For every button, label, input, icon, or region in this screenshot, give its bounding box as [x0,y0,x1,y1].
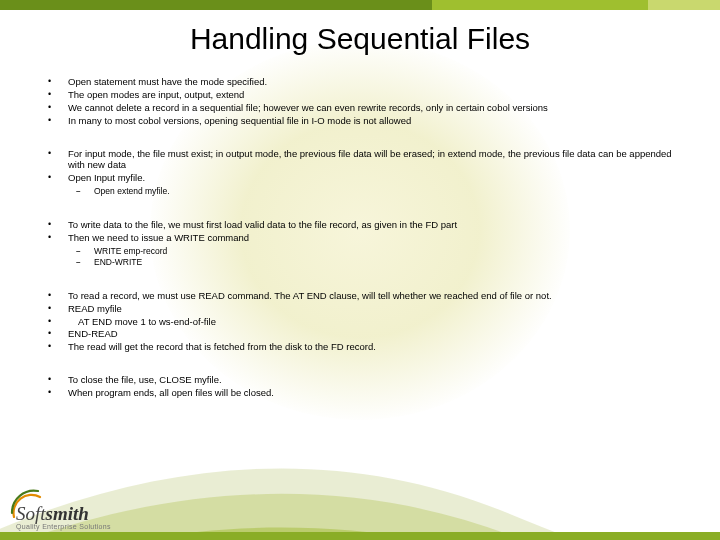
sub-bullet-item: WRITE emp-record [40,246,686,257]
logo-arc-icon [10,487,44,521]
bullet-item: Then we need to issue a WRITE command [40,232,686,244]
slide-body: Open statement must have the mode specif… [0,76,720,399]
bullet-group-1: Open statement must have the mode specif… [40,76,686,127]
sub-bullet-group-2: Open extend myfile. [40,186,686,197]
sub-bullet-item: END-WRITE [40,257,686,268]
bullet-item: AT END move 1 to ws-end-of-file [40,316,686,328]
bullet-item: The open modes are input, output, extend [40,89,686,101]
slide: Handling Sequential Files Open statement… [0,0,720,540]
bullet-item: The read will get the record that is fet… [40,341,686,353]
bullet-item: We cannot delete a record in a sequentia… [40,102,686,114]
brand-tagline: Quality Enterprise Solutions [16,523,111,530]
bottom-accent-bar [0,532,720,540]
brand-part-b: smith [46,503,89,524]
bullet-item: When program ends, all open files will b… [40,387,686,399]
bullet-item: END-READ [40,328,686,340]
brand-logo: Softsmith Quality Enterprise Solutions [16,503,111,530]
bullet-item: For input mode, the file must exist; in … [40,148,686,172]
sub-bullet-item: Open extend myfile. [40,186,686,197]
bullet-item: READ myfile [40,303,686,315]
bullet-group-2: For input mode, the file must exist; in … [40,148,686,185]
bullet-item: To close the file, use, CLOSE myfile. [40,374,686,386]
bullet-group-4: To read a record, we must use READ comma… [40,290,686,353]
bullet-item: Open Input myfile. [40,172,686,184]
bullet-group-5: To close the file, use, CLOSE myfile. Wh… [40,374,686,399]
slide-title: Handling Sequential Files [0,0,720,66]
bullet-item: To read a record, we must use READ comma… [40,290,686,302]
bullet-item: In many to most cobol versions, opening … [40,115,686,127]
bullet-item: To write data to the file, we must first… [40,219,686,231]
sub-bullet-group-3: WRITE emp-record END-WRITE [40,246,686,268]
bullet-group-3: To write data to the file, we must first… [40,219,686,244]
bullet-item: Open statement must have the mode specif… [40,76,686,88]
